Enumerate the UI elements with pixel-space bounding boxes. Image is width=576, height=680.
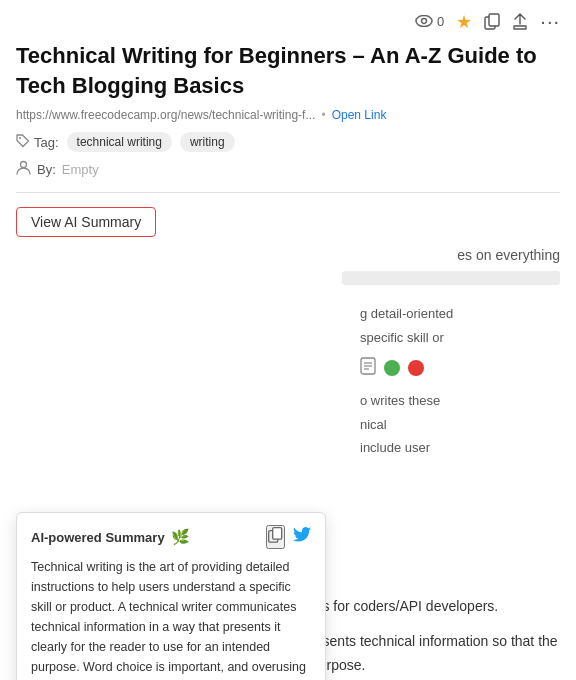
- ai-summary-popup: AI-powered Summary 🌿 Technical writing i…: [16, 512, 326, 680]
- toolbar: 0 ★ ···: [0, 0, 576, 41]
- open-link[interactable]: Open Link: [332, 108, 387, 122]
- ai-popup-icons: [266, 525, 311, 549]
- doc-icon: [360, 357, 376, 379]
- star-button[interactable]: ★: [456, 11, 472, 33]
- article-url-row: https://www.freecodecamp.org/news/techni…: [16, 108, 560, 122]
- article-header: Technical Writing for Beginners – An A-Z…: [0, 41, 576, 178]
- article-title: Technical Writing for Beginners – An A-Z…: [16, 41, 560, 100]
- view-count-number: 0: [437, 14, 444, 29]
- ai-copy-button[interactable]: [266, 525, 285, 549]
- url-dot: •: [321, 108, 325, 122]
- url-text: https://www.freecodecamp.org/news/techni…: [16, 108, 315, 122]
- view-count: 0: [415, 13, 444, 31]
- person-icon: [16, 160, 31, 178]
- page-container: 0 ★ ··· Technical Writing for Beginners …: [0, 0, 576, 680]
- twitter-button[interactable]: [293, 527, 311, 547]
- tag-icon: [16, 134, 30, 151]
- bg-text-nical: nical: [360, 413, 560, 436]
- bg-text-writes: o writes these: [360, 389, 560, 412]
- partial-text-everything: es on everything: [457, 247, 560, 263]
- eye-icon: [415, 13, 433, 31]
- svg-point-1: [422, 18, 427, 23]
- divider: [16, 192, 560, 193]
- svg-point-0: [416, 15, 432, 26]
- tags-row: Tag: technical writing writing: [16, 132, 560, 152]
- bg-text-specific-skill: specific skill or: [360, 326, 560, 349]
- svg-point-4: [19, 137, 21, 139]
- ai-popup-header: AI-powered Summary 🌿: [31, 525, 311, 549]
- ai-summary-btn-wrap: View AI Summary: [0, 207, 576, 237]
- tag-chip-technical-writing[interactable]: technical writing: [67, 132, 172, 152]
- red-circle-icon: [408, 360, 424, 376]
- svg-point-5: [21, 162, 27, 168]
- share-button[interactable]: [512, 13, 528, 30]
- ai-popup-title-text: AI-powered Summary: [31, 530, 165, 545]
- bg-text-include: include user: [360, 436, 560, 459]
- background-content: es on everything: [0, 247, 576, 285]
- ai-popup-title: AI-powered Summary 🌿: [31, 528, 190, 546]
- view-ai-summary-button[interactable]: View AI Summary: [16, 207, 156, 237]
- ai-popup-body: Technical writing is the art of providin…: [31, 557, 311, 680]
- svg-rect-3: [489, 14, 499, 26]
- status-icons-row: [360, 357, 560, 379]
- content-region: es on everything AI-powered Summary 🌿: [0, 247, 576, 285]
- copy-button[interactable]: [484, 13, 500, 30]
- green-circle-icon: [384, 360, 400, 376]
- right-bg-content: g detail-oriented specific skill or o wr…: [360, 302, 560, 459]
- tag-label: Tag:: [16, 134, 59, 151]
- tag-chip-writing[interactable]: writing: [180, 132, 235, 152]
- bg-text-detail-oriented: g detail-oriented: [360, 302, 560, 325]
- more-button[interactable]: ···: [540, 10, 560, 33]
- by-row: By: Empty: [16, 160, 560, 178]
- by-value: Empty: [62, 162, 99, 177]
- leaf-icon: 🌿: [171, 528, 190, 546]
- svg-rect-7: [273, 528, 282, 540]
